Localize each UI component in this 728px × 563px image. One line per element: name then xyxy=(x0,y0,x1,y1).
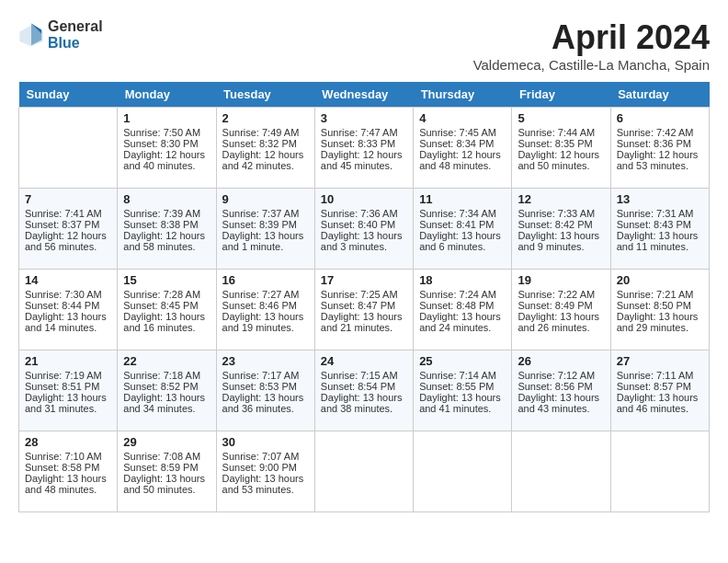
calendar-cell: 27Sunrise: 7:11 AMSunset: 8:57 PMDayligh… xyxy=(610,350,709,431)
day-number: 16 xyxy=(222,273,309,287)
sunset-text: Sunset: 8:32 PM xyxy=(222,138,309,149)
calendar-cell: 25Sunrise: 7:14 AMSunset: 8:55 PMDayligh… xyxy=(414,350,512,431)
day-number: 10 xyxy=(321,192,407,206)
daylight-text: Daylight: 13 hours and 31 minutes. xyxy=(25,392,111,414)
sunrise-text: Sunrise: 7:14 AM xyxy=(419,370,506,381)
day-number: 22 xyxy=(123,354,210,368)
sunrise-text: Sunrise: 7:42 AM xyxy=(617,127,703,138)
sunrise-text: Sunrise: 7:18 AM xyxy=(123,370,210,381)
sunrise-text: Sunrise: 7:33 AM xyxy=(518,208,604,219)
calendar-cell: 29Sunrise: 7:08 AMSunset: 8:59 PMDayligh… xyxy=(118,431,216,512)
sunrise-text: Sunrise: 7:21 AM xyxy=(617,289,703,300)
sunset-text: Sunset: 8:48 PM xyxy=(419,300,506,311)
calendar-cell: 3Sunrise: 7:47 AMSunset: 8:33 PMDaylight… xyxy=(314,108,413,189)
daylight-text: Daylight: 12 hours and 53 minutes. xyxy=(617,149,703,171)
sunrise-text: Sunrise: 7:31 AM xyxy=(617,208,703,219)
daylight-text: Daylight: 13 hours and 19 minutes. xyxy=(222,311,309,333)
page-header: General Blue April 2024 Valdemeca, Casti… xyxy=(18,18,710,73)
day-number: 7 xyxy=(25,192,111,206)
sunrise-text: Sunrise: 7:24 AM xyxy=(419,289,506,300)
sunrise-text: Sunrise: 7:41 AM xyxy=(25,208,111,219)
day-number: 4 xyxy=(419,111,506,125)
calendar-cell: 19Sunrise: 7:22 AMSunset: 8:49 PMDayligh… xyxy=(512,270,610,350)
sunrise-text: Sunrise: 7:37 AM xyxy=(222,208,309,219)
calendar-cell: 1Sunrise: 7:50 AMSunset: 8:30 PMDaylight… xyxy=(118,108,216,189)
calendar-cell: 24Sunrise: 7:15 AMSunset: 8:54 PMDayligh… xyxy=(314,350,413,431)
sunrise-text: Sunrise: 7:17 AM xyxy=(222,370,309,381)
sunrise-text: Sunrise: 7:08 AM xyxy=(123,451,210,462)
daylight-text: Daylight: 13 hours and 9 minutes. xyxy=(518,230,604,252)
calendar-cell xyxy=(314,431,413,512)
daylight-text: Daylight: 12 hours and 58 minutes. xyxy=(123,230,210,252)
sunset-text: Sunset: 8:35 PM xyxy=(518,138,604,149)
calendar-cell: 17Sunrise: 7:25 AMSunset: 8:47 PMDayligh… xyxy=(314,270,413,350)
logo-text: General Blue xyxy=(48,18,103,51)
sunset-text: Sunset: 8:57 PM xyxy=(617,381,703,392)
header-thursday: Thursday xyxy=(414,82,512,108)
location: Valdemeca, Castille-La Mancha, Spain xyxy=(473,57,710,73)
daylight-text: Daylight: 13 hours and 34 minutes. xyxy=(123,392,210,414)
daylight-text: Daylight: 13 hours and 26 minutes. xyxy=(518,311,604,333)
calendar-week-row: 14Sunrise: 7:30 AMSunset: 8:44 PMDayligh… xyxy=(19,270,710,350)
daylight-text: Daylight: 13 hours and 41 minutes. xyxy=(419,392,506,414)
day-number: 5 xyxy=(518,111,604,125)
sunrise-text: Sunrise: 7:19 AM xyxy=(25,370,111,381)
sunset-text: Sunset: 8:38 PM xyxy=(123,219,210,230)
sunset-text: Sunset: 8:46 PM xyxy=(222,300,309,311)
sunset-text: Sunset: 8:33 PM xyxy=(321,138,407,149)
calendar-cell xyxy=(610,431,709,512)
sunset-text: Sunset: 8:30 PM xyxy=(123,138,210,149)
day-number: 23 xyxy=(222,354,309,368)
daylight-text: Daylight: 13 hours and 11 minutes. xyxy=(617,230,703,252)
logo-icon xyxy=(18,22,44,48)
sunset-text: Sunset: 8:55 PM xyxy=(419,381,506,392)
day-number: 3 xyxy=(321,111,407,125)
calendar-cell: 15Sunrise: 7:28 AMSunset: 8:45 PMDayligh… xyxy=(118,270,216,350)
sunrise-text: Sunrise: 7:27 AM xyxy=(222,289,309,300)
sunset-text: Sunset: 8:58 PM xyxy=(25,462,111,473)
sunrise-text: Sunrise: 7:47 AM xyxy=(321,127,407,138)
calendar-cell: 23Sunrise: 7:17 AMSunset: 8:53 PMDayligh… xyxy=(216,350,314,431)
calendar-cell: 7Sunrise: 7:41 AMSunset: 8:37 PMDaylight… xyxy=(19,189,118,270)
sunset-text: Sunset: 8:44 PM xyxy=(25,300,111,311)
daylight-text: Daylight: 12 hours and 56 minutes. xyxy=(25,230,111,252)
header-friday: Friday xyxy=(512,82,610,108)
daylight-text: Daylight: 13 hours and 43 minutes. xyxy=(518,392,604,414)
sunset-text: Sunset: 9:00 PM xyxy=(222,462,309,473)
daylight-text: Daylight: 13 hours and 1 minute. xyxy=(222,230,309,252)
sunset-text: Sunset: 8:37 PM xyxy=(25,219,111,230)
day-number: 24 xyxy=(321,354,407,368)
month-title: April 2024 xyxy=(473,18,710,57)
sunset-text: Sunset: 8:59 PM xyxy=(123,462,210,473)
header-saturday: Saturday xyxy=(610,82,709,108)
calendar-table: SundayMondayTuesdayWednesdayThursdayFrid… xyxy=(18,82,710,512)
sunset-text: Sunset: 8:51 PM xyxy=(25,381,111,392)
sunrise-text: Sunrise: 7:12 AM xyxy=(518,370,604,381)
daylight-text: Daylight: 13 hours and 24 minutes. xyxy=(419,311,506,333)
sunset-text: Sunset: 8:45 PM xyxy=(123,300,210,311)
header-sunday: Sunday xyxy=(19,82,118,108)
day-number: 21 xyxy=(25,354,111,368)
day-number: 13 xyxy=(617,192,703,206)
calendar-week-row: 21Sunrise: 7:19 AMSunset: 8:51 PMDayligh… xyxy=(19,350,710,431)
sunrise-text: Sunrise: 7:49 AM xyxy=(222,127,309,138)
logo-general: General xyxy=(48,18,103,35)
sunrise-text: Sunrise: 7:07 AM xyxy=(222,451,309,462)
sunset-text: Sunset: 8:50 PM xyxy=(617,300,703,311)
daylight-text: Daylight: 13 hours and 36 minutes. xyxy=(222,392,309,414)
day-number: 26 xyxy=(518,354,604,368)
calendar-cell: 28Sunrise: 7:10 AMSunset: 8:58 PMDayligh… xyxy=(19,431,118,512)
header-monday: Monday xyxy=(118,82,216,108)
sunrise-text: Sunrise: 7:22 AM xyxy=(518,289,604,300)
day-number: 30 xyxy=(222,435,309,449)
daylight-text: Daylight: 12 hours and 48 minutes. xyxy=(419,149,506,171)
daylight-text: Daylight: 13 hours and 48 minutes. xyxy=(25,473,111,495)
day-number: 18 xyxy=(419,273,506,287)
day-number: 1 xyxy=(123,111,210,125)
day-number: 27 xyxy=(617,354,703,368)
sunset-text: Sunset: 8:42 PM xyxy=(518,219,604,230)
sunset-text: Sunset: 8:34 PM xyxy=(419,138,506,149)
daylight-text: Daylight: 13 hours and 21 minutes. xyxy=(321,311,407,333)
day-number: 11 xyxy=(419,192,506,206)
title-block: April 2024 Valdemeca, Castille-La Mancha… xyxy=(473,18,710,73)
